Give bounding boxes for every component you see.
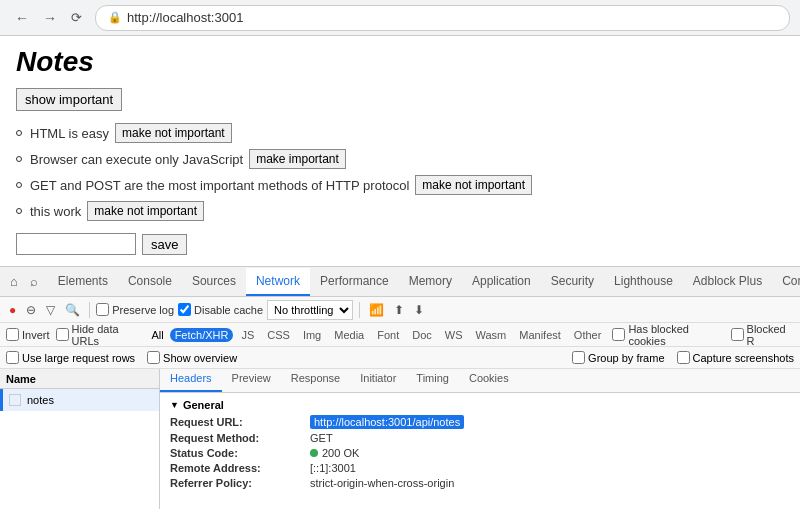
note-action-button[interactable]: make important bbox=[249, 149, 346, 169]
blocked-requests-label: Blocked R bbox=[747, 323, 794, 347]
check-right: Group by frame Capture screenshots bbox=[572, 351, 794, 364]
disable-cache-input[interactable] bbox=[178, 303, 191, 316]
preserve-log-label: Preserve log bbox=[112, 304, 174, 316]
url-text: http://localhost:3001 bbox=[127, 10, 243, 25]
record-button[interactable]: ● bbox=[6, 302, 19, 318]
filter-fetch-xhr[interactable]: Fetch/XHR bbox=[170, 328, 234, 342]
tab-memory[interactable]: Memory bbox=[399, 268, 462, 296]
request-url-value: http://localhost:3001/api/notes bbox=[310, 415, 464, 429]
network-row-name: notes bbox=[27, 394, 54, 406]
blocked-requests-input[interactable] bbox=[731, 328, 744, 341]
new-note-input[interactable] bbox=[16, 233, 136, 255]
network-row-icon bbox=[9, 394, 21, 406]
detail-tab-cookies[interactable]: Cookies bbox=[459, 369, 519, 392]
filter-img[interactable]: Img bbox=[298, 328, 326, 342]
detail-tab-response[interactable]: Response bbox=[281, 369, 351, 392]
refresh-button[interactable]: ⟳ bbox=[66, 8, 87, 27]
note-action-button[interactable]: make not important bbox=[415, 175, 532, 195]
stop-button[interactable]: ⊖ bbox=[23, 302, 39, 318]
note-action-button[interactable]: make not important bbox=[115, 123, 232, 143]
group-by-frame-input[interactable] bbox=[572, 351, 585, 364]
hide-data-urls-label: Hide data URLs bbox=[72, 323, 146, 347]
upload-button[interactable]: ⬆ bbox=[391, 302, 407, 318]
filter-row: Invert Hide data URLs All Fetch/XHR JS C… bbox=[0, 323, 800, 347]
filter-tags: Fetch/XHR JS CSS Img Media Font Doc WS W… bbox=[170, 328, 607, 342]
throttling-select[interactable]: No throttling bbox=[267, 300, 353, 320]
filter-media[interactable]: Media bbox=[329, 328, 369, 342]
filter-button[interactable]: ▽ bbox=[43, 302, 58, 318]
show-overview-checkbox[interactable]: Show overview bbox=[147, 351, 237, 364]
general-section-title: General bbox=[170, 399, 790, 411]
note-action-button[interactable]: make not important bbox=[87, 201, 204, 221]
devtools-tab-bar: ⌂ ⌕ Elements Console Sources Network Per… bbox=[0, 267, 800, 297]
filter-font[interactable]: Font bbox=[372, 328, 404, 342]
preserve-log-input[interactable] bbox=[96, 303, 109, 316]
blocked-requests-checkbox[interactable]: Blocked R bbox=[731, 323, 794, 347]
tab-lighthouse[interactable]: Lighthouse bbox=[604, 268, 683, 296]
tab-network[interactable]: Network bbox=[246, 268, 310, 296]
remote-address-label: Remote Address: bbox=[170, 462, 310, 474]
invert-checkbox[interactable]: Invert bbox=[6, 328, 50, 341]
filter-css[interactable]: CSS bbox=[262, 328, 295, 342]
tab-security[interactable]: Security bbox=[541, 268, 604, 296]
show-overview-label: Show overview bbox=[163, 352, 237, 364]
request-url-row: Request URL: http://localhost:3001/api/n… bbox=[170, 415, 790, 429]
show-overview-input[interactable] bbox=[147, 351, 160, 364]
search-button[interactable]: 🔍 bbox=[62, 302, 83, 318]
detail-tab-timing[interactable]: Timing bbox=[406, 369, 459, 392]
toolbar-divider bbox=[89, 302, 90, 318]
group-by-frame-checkbox[interactable]: Group by frame bbox=[572, 351, 664, 364]
has-blocked-cookies-checkbox[interactable]: Has blocked cookies bbox=[612, 323, 724, 347]
detail-tab-headers[interactable]: Headers bbox=[160, 369, 222, 392]
forward-button[interactable]: → bbox=[38, 8, 62, 28]
download-button[interactable]: ⬇ bbox=[411, 302, 427, 318]
notes-list: HTML is easy make not important Browser … bbox=[16, 123, 784, 221]
large-rows-checkbox[interactable]: Use large request rows bbox=[6, 351, 135, 364]
filter-js[interactable]: JS bbox=[236, 328, 259, 342]
back-button[interactable]: ← bbox=[10, 8, 34, 28]
list-item: HTML is easy make not important bbox=[16, 123, 784, 143]
preserve-log-checkbox[interactable]: Preserve log bbox=[96, 303, 174, 316]
detail-tab-initiator[interactable]: Initiator bbox=[350, 369, 406, 392]
hide-data-urls-checkbox[interactable]: Hide data URLs bbox=[56, 323, 146, 347]
filter-doc[interactable]: Doc bbox=[407, 328, 437, 342]
large-rows-input[interactable] bbox=[6, 351, 19, 364]
devtools-toggle-button[interactable]: ⌂ bbox=[4, 270, 24, 293]
save-button[interactable]: save bbox=[142, 234, 187, 255]
has-blocked-cookies-input[interactable] bbox=[612, 328, 625, 341]
request-url-label: Request URL: bbox=[170, 416, 310, 428]
network-list-header: Name bbox=[0, 369, 159, 389]
disable-cache-checkbox[interactable]: Disable cache bbox=[178, 303, 263, 316]
bullet-icon bbox=[16, 182, 22, 188]
tab-console[interactable]: Console bbox=[118, 268, 182, 296]
tab-adblock[interactable]: Adblock Plus bbox=[683, 268, 772, 296]
bullet-icon bbox=[16, 130, 22, 136]
capture-screenshots-checkbox[interactable]: Capture screenshots bbox=[677, 351, 795, 364]
network-row[interactable]: notes bbox=[0, 389, 159, 411]
invert-input[interactable] bbox=[6, 328, 19, 341]
wifi-button[interactable]: 📶 bbox=[366, 302, 387, 318]
lock-icon: 🔒 bbox=[108, 11, 122, 24]
note-text: this work bbox=[30, 204, 81, 219]
tab-sources[interactable]: Sources bbox=[182, 268, 246, 296]
filter-manifest[interactable]: Manifest bbox=[514, 328, 566, 342]
tab-application[interactable]: Application bbox=[462, 268, 541, 296]
show-important-button[interactable]: show important bbox=[16, 88, 122, 111]
filter-wasm[interactable]: Wasm bbox=[471, 328, 512, 342]
tab-performance[interactable]: Performance bbox=[310, 268, 399, 296]
tab-components[interactable]: Components bbox=[772, 268, 800, 296]
filter-ws[interactable]: WS bbox=[440, 328, 468, 342]
browser-chrome: ← → ⟳ 🔒 http://localhost:3001 bbox=[0, 0, 800, 36]
address-bar[interactable]: 🔒 http://localhost:3001 bbox=[95, 5, 790, 31]
tab-elements[interactable]: Elements bbox=[48, 268, 118, 296]
capture-screenshots-input[interactable] bbox=[677, 351, 690, 364]
referrer-policy-row: Referrer Policy: strict-origin-when-cros… bbox=[170, 477, 790, 489]
hide-data-urls-input[interactable] bbox=[56, 328, 69, 341]
page-title: Notes bbox=[16, 46, 784, 78]
note-text: Browser can execute only JavaScript bbox=[30, 152, 243, 167]
filter-other[interactable]: Other bbox=[569, 328, 607, 342]
has-blocked-cookies-label: Has blocked cookies bbox=[628, 323, 724, 347]
devtools-cursor-button[interactable]: ⌕ bbox=[24, 270, 44, 293]
detail-tab-preview[interactable]: Preview bbox=[222, 369, 281, 392]
status-code-row: Status Code: 200 OK bbox=[170, 447, 790, 459]
